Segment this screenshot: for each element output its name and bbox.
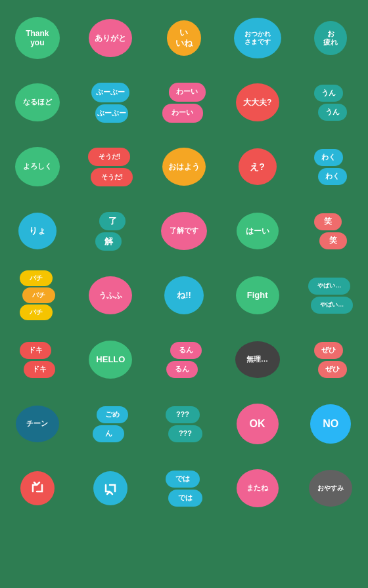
sticker-bachi: バチ バチ バチ [7,269,68,322]
sticker-gomen: ごめ ん [80,398,142,450]
sticker-buu: ぶーぶー ぶーぶー [80,76,142,129]
sticker-yoroshiku: よろしく [7,140,68,193]
sticker-oyasumi: おやすみ [300,462,361,514]
sticker-daijoubu: 大大夫? [227,76,288,129]
sticker-ne: ね!! [153,269,215,322]
sticker-waku: わく わく [300,140,361,193]
sticker-ryokai-desu: 了解です [153,205,215,257]
sticker-zehi: ぜひ ぜひ [300,333,361,386]
sticker-yabai: やばい… やばい… [300,269,361,322]
sticker-naruhodo: なるほど [7,76,68,129]
sticker-e: え? [227,140,288,193]
sticker-ufufu: うふふ [80,269,142,322]
sticker-fight: Fight [227,269,288,322]
sticker-iine: いいね [153,12,215,64]
sticker-ryokai: 了 解 [80,205,142,257]
sticker-run: るん るん [153,333,215,386]
sticker-arigato: ありがと [80,12,142,64]
sticker-thank-you: Thankyou [7,12,68,64]
sticker-muri: 無理… [227,333,288,386]
sticker-haai: はーい [227,205,288,257]
sticker-matane: またね [227,462,288,514]
sticker-hello: HELLO [80,333,142,386]
sticker-otsukaresama: おつかれさまです [227,12,288,64]
sticker-chiin: チーン [7,398,68,450]
sticker-question: ??? ??? [153,398,215,450]
sticker-arrow-up [7,462,68,514]
sticker-otsukare: お疲れ [300,12,361,64]
sticker-wara: 笑 笑 [300,205,361,257]
sticker-grid: Thankyou ありがと いいね おつかれさまです お疲れ なるほど ぶーぶー… [0,0,368,526]
sticker-dewa: では では [153,462,215,514]
sticker-ryo: りょ [7,205,68,257]
sticker-ok: OK [227,398,288,450]
sticker-no: NO [300,398,361,450]
sticker-arrow-down [80,462,142,514]
sticker-souda: そうだ! そうだ! [80,140,142,193]
sticker-doki: ドキ ドキ [7,333,68,386]
sticker-un: うん うん [300,76,361,129]
sticker-waai: わーい わーい [153,76,215,129]
sticker-ohayou: おはよう [153,140,215,193]
